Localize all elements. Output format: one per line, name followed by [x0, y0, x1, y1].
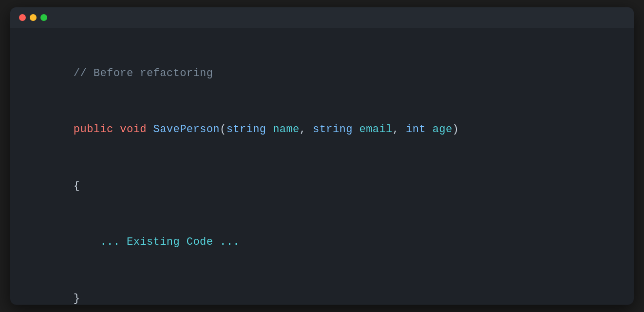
before-open-brace: {: [74, 180, 80, 192]
before-param2-name: email: [353, 123, 393, 136]
before-close-paren: ): [453, 123, 459, 136]
before-param3-type: int: [406, 123, 426, 136]
close-button[interactable]: [19, 14, 26, 21]
minimize-button[interactable]: [30, 14, 37, 21]
before-close-brace: }: [74, 292, 80, 305]
before-comment-line: // Before refactoring: [34, 45, 610, 102]
before-open-paren: (: [220, 123, 227, 136]
before-method: SavePerson: [153, 123, 220, 136]
before-open-brace-line: {: [34, 158, 610, 214]
before-existing-code: ... Existing Code ...: [74, 236, 240, 248]
before-param1-name: name: [266, 123, 300, 136]
code-block: // Before refactoring public void SavePe…: [10, 28, 634, 305]
before-existing-code-line: ... Existing Code ...: [34, 214, 610, 271]
title-bar: [10, 7, 634, 28]
maximize-button[interactable]: [40, 14, 47, 21]
before-keyword: public void: [74, 123, 153, 136]
before-comment: // Before refactoring: [74, 67, 213, 79]
before-param1-type: string: [227, 123, 266, 136]
before-close-brace-line: }: [34, 271, 610, 305]
before-comma2: ,: [393, 123, 406, 136]
code-window: // Before refactoring public void SavePe…: [10, 7, 634, 305]
before-param2-type: string: [313, 123, 353, 136]
before-signature-line: public void SavePerson(string name, stri…: [34, 102, 610, 158]
before-param3-name: age: [426, 123, 453, 136]
before-comma1: ,: [300, 123, 313, 136]
